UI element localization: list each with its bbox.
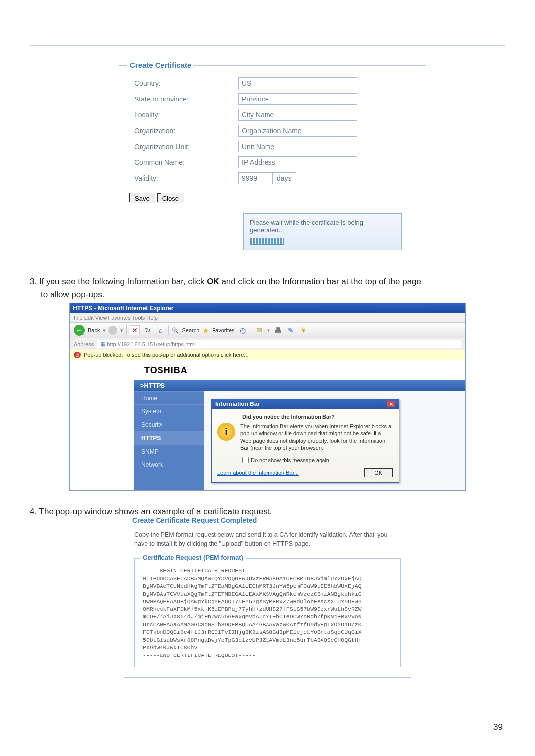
cert-request-desc: Copy the PEM format request below and se…: [134, 530, 401, 549]
url-text: http://192.168.5.151/setup/https.html: [107, 341, 196, 347]
back-label[interactable]: Back: [88, 327, 100, 333]
close-button[interactable]: Close: [157, 193, 184, 203]
save-button[interactable]: Save: [129, 193, 155, 203]
mail-icon[interactable]: ✉: [254, 325, 264, 335]
orgunit-label: Organization Unit:: [134, 143, 238, 151]
pem-text: -----BEGIN CERTIFICATE REQUEST----- MIIB…: [143, 567, 392, 659]
brand-logo: TOSHIBA: [134, 360, 465, 380]
ie-browser-window: HTTPS - Microsoft Internet Explorer File…: [69, 303, 466, 491]
cn-input[interactable]: [238, 156, 357, 168]
sidebar-item-security[interactable]: Security: [134, 418, 204, 431]
sidebar-item-snmp[interactable]: SNMP: [134, 445, 204, 458]
org-label: Organization:: [134, 127, 238, 135]
orgunit-input[interactable]: [238, 141, 357, 152]
url-field[interactable]: ▦ http://192.168.5.151/setup/https.html: [97, 340, 461, 348]
dialog-body: The Information Bar alerts you when Inte…: [240, 423, 393, 451]
create-certificate-panel: Create Certificate Country: State or pro…: [119, 65, 426, 260]
https-header: >HTTPS: [134, 380, 465, 391]
org-input[interactable]: [238, 125, 357, 137]
state-label: State or province:: [134, 95, 238, 103]
dialog-heading: Did you notice the Information Bar?: [242, 414, 393, 420]
days-label: days: [273, 172, 296, 184]
validity-input[interactable]: [238, 172, 273, 184]
pem-legend: Certificate Request (PEM format): [140, 554, 246, 561]
information-bar-dialog: Information Bar ✕ Did you notice the Inf…: [211, 399, 399, 483]
dialog-title: Information Bar: [215, 401, 260, 407]
validity-label: Validity:: [134, 174, 238, 182]
ie-main: Information Bar ✕ Did you notice the Inf…: [204, 391, 465, 490]
forward-icon[interactable]: [108, 326, 117, 335]
sidebar-item-network[interactable]: Network: [134, 458, 204, 471]
panel-legend: Create Certificate: [127, 61, 194, 69]
cert-request-panel: Create Certificate Request Completed Cop…: [124, 521, 411, 678]
progress-bar: [250, 238, 284, 245]
refresh-icon[interactable]: ↻: [143, 325, 153, 335]
country-label: Country:: [134, 79, 238, 87]
dont-show-checkbox[interactable]: [242, 457, 249, 463]
home-icon[interactable]: ⌂: [156, 325, 165, 335]
step4-text: 4. The pop-up window shows an example of…: [30, 505, 505, 518]
locality-label: Locality:: [134, 111, 238, 119]
step3-text: 3. If you see the following Information …: [30, 275, 505, 301]
sidebar-item-home[interactable]: Home: [134, 391, 204, 404]
infobar-text: Pop-up blocked. To see this pop-up or ad…: [84, 352, 248, 358]
country-input[interactable]: [238, 77, 357, 89]
page-number: 39: [30, 722, 505, 732]
locality-input[interactable]: [238, 109, 357, 121]
ie-sidebar: Home System Security HTTPS SNMP Network: [134, 391, 204, 490]
history-icon[interactable]: ◷: [238, 325, 248, 335]
ie-info-bar[interactable]: ⊘ Pop-up blocked. To see this pop-up or …: [70, 350, 465, 360]
messenger-icon[interactable]: ⚘: [299, 325, 309, 335]
status-text: Please wait while the certificate is bei…: [250, 219, 395, 234]
favorites-icon[interactable]: ★: [202, 326, 209, 335]
print-icon[interactable]: 🖶: [273, 325, 283, 335]
sidebar-item-https[interactable]: HTTPS: [134, 431, 204, 445]
ie-menubar[interactable]: File Edit View Favorites Tools Help: [70, 313, 465, 323]
info-icon: i: [217, 423, 235, 441]
favorites-label[interactable]: Favorites: [212, 327, 234, 333]
pem-panel: Certificate Request (PEM format) -----BE…: [134, 558, 401, 667]
edit-icon[interactable]: ✎: [286, 325, 296, 335]
learn-link[interactable]: Learn about the Information Bar...: [217, 470, 299, 476]
ie-toolbar: ← Back ▾ ▾ ✕ ↻ ⌂ 🔍 Search ★ Favorites ◷ …: [70, 323, 465, 338]
close-icon[interactable]: ✕: [387, 401, 395, 407]
address-label: Address: [74, 341, 94, 347]
page-icon: ▦: [100, 341, 105, 347]
cn-label: Common Name:: [134, 158, 238, 166]
status-box: Please wait while the certificate is bei…: [243, 213, 402, 250]
back-icon[interactable]: ←: [74, 325, 85, 336]
ie-titlebar: HTTPS - Microsoft Internet Explorer: [70, 303, 465, 313]
checkbox-label: Do not show this message again.: [251, 457, 331, 463]
sidebar-item-system[interactable]: System: [134, 404, 204, 418]
state-input[interactable]: [238, 93, 357, 105]
search-label[interactable]: Search: [182, 327, 199, 333]
search-icon[interactable]: 🔍: [172, 327, 179, 334]
blocked-icon: ⊘: [74, 352, 81, 358]
ie-addressbar: Address ▦ http://192.168.5.151/setup/htt…: [70, 338, 465, 350]
ok-button[interactable]: OK: [364, 468, 393, 477]
stop-icon[interactable]: ✕: [130, 325, 140, 335]
cert-request-legend: Create Certificate Request Completed: [129, 516, 260, 524]
